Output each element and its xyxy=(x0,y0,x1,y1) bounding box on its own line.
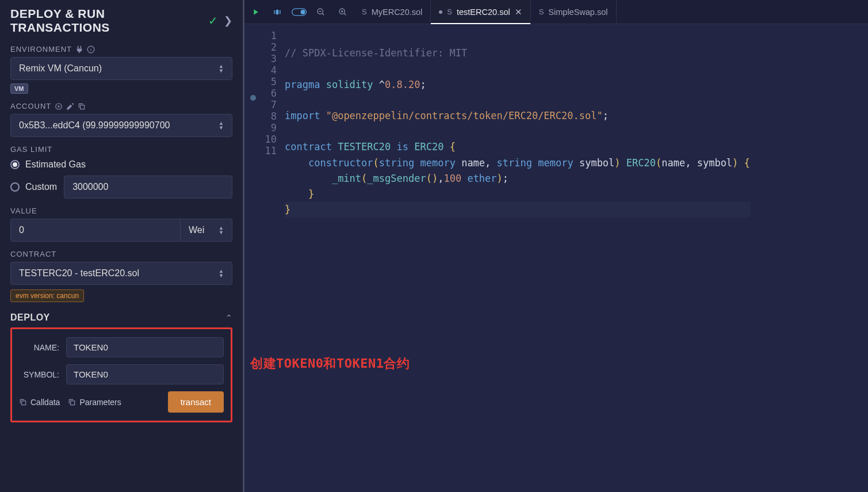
check-icon: ✓ xyxy=(208,14,218,28)
radio-unchecked-icon xyxy=(10,182,20,192)
copy-icon xyxy=(68,398,76,406)
updown-icon: ▲▼ xyxy=(219,226,224,235)
vm-badge: VM xyxy=(10,83,28,94)
param-name-input[interactable] xyxy=(66,337,224,357)
param-symbol-label: SYMBOL: xyxy=(19,370,59,379)
chevron-up-icon[interactable]: ⌃ xyxy=(225,313,232,322)
param-symbol-input[interactable] xyxy=(66,364,224,384)
environment-select[interactable]: Remix VM (Cancun) ▲▼ xyxy=(10,57,232,80)
updown-icon: ▲▼ xyxy=(219,121,224,130)
close-icon[interactable]: ✕ xyxy=(515,7,522,17)
tab-label: SimpleSwap.sol xyxy=(548,7,607,17)
solidity-icon: S xyxy=(539,7,544,16)
editor-tabs: S MyERC20.sol S testERC20.sol ✕ S Simple… xyxy=(354,0,617,24)
line-number-gutter: 1234567891011 xyxy=(244,24,285,492)
deploy-params-box: NAME: SYMBOL: Calldata Parameters transa… xyxy=(10,327,232,422)
editor-area: S MyERC20.sol S testERC20.sol ✕ S Simple… xyxy=(244,0,868,492)
zoom-out-button[interactable] xyxy=(310,0,332,24)
contract-select[interactable]: TESTERC20 - testERC20.sol ▲▼ xyxy=(10,262,232,285)
panel-title: DEPLOY & RUN TRANSACTIONS xyxy=(10,7,202,35)
account-label: ACCOUNT xyxy=(10,102,232,110)
updown-icon: ▲▼ xyxy=(219,269,224,278)
edit-icon[interactable] xyxy=(66,102,74,110)
copy-icon xyxy=(19,398,27,406)
tab-myerc20[interactable]: S MyERC20.sol xyxy=(354,0,431,24)
solidity-icon: S xyxy=(362,7,367,16)
zoom-in-button[interactable] xyxy=(332,0,354,24)
gas-limit-label: GAS LIMIT xyxy=(10,145,232,154)
plug-icon xyxy=(75,45,83,54)
modified-dot-icon xyxy=(439,10,442,14)
chevron-right-icon[interactable]: ❯ xyxy=(224,14,232,27)
gas-estimated-radio[interactable]: Estimated Gas xyxy=(10,159,232,170)
environment-label: ENVIRONMENT xyxy=(10,45,232,54)
transact-button[interactable]: transact xyxy=(168,391,224,413)
deploy-section-header: DEPLOY xyxy=(10,312,50,323)
parameters-button[interactable]: Parameters xyxy=(68,398,121,407)
tab-testerc20[interactable]: S testERC20.sol ✕ xyxy=(431,0,530,24)
param-name-label: NAME: xyxy=(19,343,59,352)
copy-icon[interactable] xyxy=(78,102,86,110)
solidity-icon: S xyxy=(447,7,452,16)
tab-simpleswap[interactable]: S SimpleSwap.sol xyxy=(531,0,617,24)
code-editor[interactable]: 1234567891011 // SPDX-License-Identifier… xyxy=(244,24,868,492)
info-icon[interactable] xyxy=(87,45,95,54)
value-unit-select[interactable]: Wei ▲▼ xyxy=(181,219,232,242)
svg-point-7 xyxy=(301,10,305,14)
code-content: // SPDX-License-Identifier: MIT pragma s… xyxy=(285,24,750,492)
debug-button[interactable] xyxy=(266,0,288,24)
deploy-run-panel: DEPLOY & RUN TRANSACTIONS ✓ ❯ ENVIRONMEN… xyxy=(0,0,244,492)
value-amount-input[interactable] xyxy=(10,219,181,242)
value-label: VALUE xyxy=(10,207,232,215)
calldata-button[interactable]: Calldata xyxy=(19,398,60,407)
gas-custom-input[interactable] xyxy=(64,176,232,199)
tab-label: testERC20.sol xyxy=(457,7,510,17)
svg-rect-5 xyxy=(276,9,279,14)
account-select[interactable]: 0x5B3...eddC4 (99.99999999990700 ▲▼ xyxy=(10,114,232,137)
editor-toolbar: S MyERC20.sol S testERC20.sol ✕ S Simple… xyxy=(244,0,868,24)
updown-icon: ▲▼ xyxy=(219,64,224,73)
gas-custom-radio[interactable]: Custom xyxy=(10,182,57,192)
run-button[interactable] xyxy=(244,0,266,24)
tab-label: MyERC20.sol xyxy=(372,7,423,17)
svg-rect-4 xyxy=(71,401,75,405)
plus-icon[interactable] xyxy=(55,102,63,110)
svg-rect-3 xyxy=(22,401,26,405)
breakpoint-dot-icon[interactable] xyxy=(250,95,256,101)
contract-label: CONTRACT xyxy=(10,250,232,258)
evm-version-badge: evm version: cancun xyxy=(10,289,84,302)
annotation-text: 创建TOKEN0和TOKEN1合约 xyxy=(250,355,410,372)
radio-checked-icon xyxy=(10,160,20,169)
toggle-button[interactable] xyxy=(288,0,310,24)
svg-rect-2 xyxy=(81,105,85,109)
